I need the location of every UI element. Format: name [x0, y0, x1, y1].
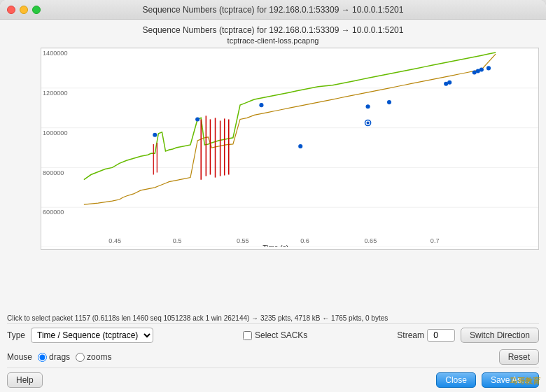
- status-bar: Click to select packet 1157 (0.6118s len…: [7, 313, 539, 323]
- svg-text:0.6: 0.6: [300, 237, 309, 244]
- content-area: Sequence Numbers (tcptrace) for 192.168.…: [0, 20, 546, 392]
- controls-row1: Type Time / Sequence (tcptrace) Throughp…: [7, 323, 539, 346]
- svg-point-37: [479, 67, 484, 71]
- save-button[interactable]: Save As…: [482, 372, 539, 388]
- svg-point-27: [153, 133, 157, 137]
- help-button[interactable]: Help: [7, 372, 43, 388]
- svg-point-29: [259, 103, 263, 107]
- svg-point-30: [298, 144, 302, 148]
- svg-text:0.7: 0.7: [430, 237, 440, 244]
- chart-area[interactable]: 1400000 1200000 1000000 800000 600000 0.…: [41, 48, 539, 250]
- title-bar: Sequence Numbers (tcptrace) for 192.168.…: [0, 0, 546, 20]
- zooms-radio-container: zooms: [76, 352, 111, 362]
- drags-label: drags: [49, 352, 70, 362]
- zooms-label: zooms: [87, 352, 111, 362]
- drags-radio-container: drags: [38, 352, 70, 362]
- svg-point-34: [447, 80, 451, 85]
- reset-button[interactable]: Reset: [499, 349, 539, 365]
- type-label: Type: [7, 330, 25, 340]
- select-sacks-checkbox[interactable]: [243, 331, 252, 340]
- stream-control: Stream: [397, 329, 455, 342]
- chart-title: Sequence Numbers (tcptrace) for 192.168.…: [7, 25, 539, 35]
- mouse-label: Mouse: [7, 352, 32, 362]
- controls-row2: Mouse drags zooms Reset: [7, 346, 539, 368]
- minimize-button[interactable]: [20, 6, 28, 14]
- svg-point-40: [367, 121, 370, 124]
- maximize-button[interactable]: [32, 6, 41, 14]
- type-select[interactable]: Time / Sequence (tcptrace) Throughput RT…: [31, 328, 153, 343]
- svg-text:800000: 800000: [43, 169, 64, 176]
- chart-wrapper: Sequence Number (B) 1400000 1200000 1000…: [41, 48, 539, 310]
- main-window: Sequence Numbers (tcptrace) for 192.168.…: [0, 0, 546, 392]
- select-sacks-container: Select SACKs: [243, 330, 307, 340]
- svg-text:Time (s): Time (s): [262, 244, 288, 247]
- chart-subtitle: tcptrace-client-loss.pcapng: [7, 36, 539, 45]
- stream-input[interactable]: [427, 329, 455, 342]
- svg-point-31: [366, 104, 370, 108]
- window-title: Sequence Numbers (tcptrace) for 192.168.…: [143, 5, 404, 15]
- svg-point-28: [195, 117, 200, 121]
- close-dialog-button[interactable]: Close: [436, 372, 476, 388]
- svg-text:600000: 600000: [43, 209, 64, 216]
- svg-text:0.45: 0.45: [108, 237, 121, 244]
- svg-text:1000000: 1000000: [43, 130, 67, 136]
- switch-direction-button[interactable]: Switch Direction: [461, 328, 539, 343]
- stream-label: Stream: [397, 330, 424, 340]
- svg-text:0.5: 0.5: [173, 237, 182, 244]
- select-sacks-label: Select SACKs: [255, 330, 307, 340]
- svg-point-32: [387, 100, 391, 104]
- status-text: Click to select packet 1157 (0.6118s len…: [7, 314, 388, 322]
- zooms-radio[interactable]: [76, 353, 85, 362]
- close-button[interactable]: [7, 6, 15, 14]
- svg-text:1200000: 1200000: [43, 90, 67, 97]
- controls-bottom: Help Close Save As…: [7, 368, 539, 392]
- traffic-lights: [7, 6, 41, 14]
- drags-radio[interactable]: [38, 353, 47, 362]
- svg-text:0.55: 0.55: [237, 237, 249, 244]
- svg-text:1400000: 1400000: [43, 50, 67, 57]
- svg-point-38: [486, 66, 491, 70]
- svg-text:0.65: 0.65: [365, 237, 377, 244]
